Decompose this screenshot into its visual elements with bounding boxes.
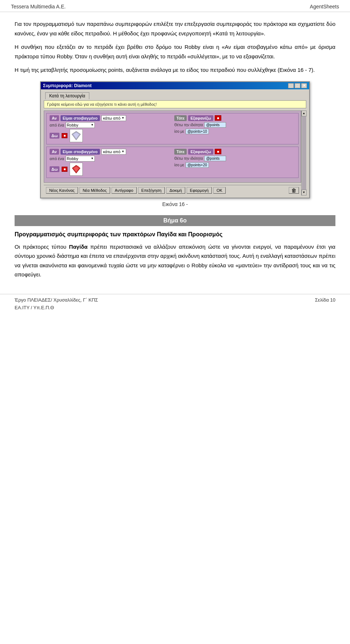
rule-2-do-row: Δω ■ <box>50 163 171 176</box>
rules-main: Αν Είμαι στοιβαγμένο κάτω από ▼ <box>44 110 301 195</box>
footer-right: Σελίδα 10 <box>315 297 335 303</box>
window-title: Συμπεριφορά: Diamont <box>43 83 92 88</box>
rule-1-from-label: από ένα <box>50 123 64 127</box>
trash-button[interactable]: 🗑 <box>289 187 299 194</box>
rule-1-then-label: Τότε <box>174 115 187 121</box>
rule-2-condition: Αν Είμαι στοιβαγμένο κάτω από ▼ <box>50 149 171 176</box>
rule-1-do-row: Δω ■ <box>50 129 171 142</box>
rule-2-if-row: Αν Είμαι στοιβαγμένο κάτω από ▼ <box>50 149 171 155</box>
rule-2-attr-value-2: @points+20 <box>186 162 209 168</box>
paragraph-1: Για τον προγραμματισμό των παραπάνω συμπ… <box>15 19 335 38</box>
rule-1-block: Αν Είμαι στοιβαγμένο κάτω από ▼ <box>50 115 295 142</box>
test-button[interactable]: Δοκιμή <box>166 187 185 194</box>
rule-2-stacked-label: Είμαι στοιβαγμένο <box>61 149 100 155</box>
rule-1-attr-row-2: ίσο με @points+10 <box>174 129 295 134</box>
figure-caption: Εικόνα 16 - <box>162 201 188 207</box>
apply-button[interactable]: Εφαρμογή <box>187 187 212 194</box>
body-p1-pre: Οι πράκτορες τύπου <box>15 244 69 250</box>
paragraph-2: Η συνθήκη που εξετάζει αν το πετράδι έχε… <box>15 42 335 61</box>
rules-area: Αν Είμαι στοιβαγμένο κάτω από ▼ <box>44 110 301 183</box>
scrollbar[interactable]: ▲ ▼ <box>301 110 306 195</box>
bottom-buttons: Νέος Κανόνας Νέα Μέθοδος Αντίγραφο Επεξή… <box>44 185 301 195</box>
rule-1-equal-label: ίσο με <box>174 129 184 133</box>
new-rule-button[interactable]: Νέος Κανόνας <box>46 187 78 194</box>
rule-2-from-label: από ένα <box>50 156 64 161</box>
ok-button[interactable]: ΟΚ <box>213 187 226 194</box>
rule-2-set-label: Θέτω την ιδιότητα <box>174 156 203 160</box>
rule-2-equal-label: ίσο με <box>174 163 184 167</box>
rule-2-condition-then: Αν Είμαι στοιβαγμένο κάτω από ▼ <box>50 149 295 176</box>
section-title: Προγραμματισμός συμπεριφοράς των πρακτόρ… <box>15 231 335 238</box>
rule-1-do-red-btn[interactable]: ■ <box>62 133 67 138</box>
behavior-window: Συμπεριφορά: Diamont _ □ ✕ Κατά τη λειτο… <box>40 81 310 198</box>
rule-1-then: Τότε Εξαφανίζω ■ Θέτω την ιδιότητα @poin… <box>174 115 295 134</box>
rule-1-condition: Αν Είμαι στοιβαγμένο κάτω από ▼ <box>50 115 171 142</box>
method-tab[interactable]: Κατά τη λειτουργία <box>45 92 89 99</box>
win-inner: Αν Είμαι στοιβαγμένο κάτω από ▼ <box>44 110 306 195</box>
body-p1-bold: Παγίδα <box>69 244 88 250</box>
rule-2-if-label: Αν <box>50 149 59 155</box>
rule-1-set-label: Θέτω την ιδιότητα <box>174 123 203 127</box>
footer-left: Έργο ΠΛΕΙΑΔΕΣ/ Χρυσαλλίδες, Γ΄ ΚΠΣ <box>15 297 98 303</box>
company-name: Tessera Multimedia A.E. <box>11 4 66 9</box>
screenshot-container: Συμπεριφορά: Diamont _ □ ✕ Κατά τη λειτο… <box>15 81 335 209</box>
footer-bottom: ΕΑ.ΙΤΥ / Υπ.Ε.Π.Θ <box>0 304 350 313</box>
rule-1-if-row: Αν Είμαι στοιβαγμένο κάτω από ▼ <box>50 115 171 121</box>
rule-2-agent-icon <box>70 163 83 176</box>
page-footer: Έργο ΠΛΕΙΑΔΕΣ/ Χρυσαλλίδες, Γ΄ ΚΠΣ Σελίδ… <box>0 294 350 304</box>
page-content: Για τον προγραμματισμό των παραπάνω συμπ… <box>0 12 350 287</box>
rule-2-action-red-btn[interactable]: ■ <box>215 149 221 154</box>
menubar: Κατά τη λειτουργία <box>44 92 306 100</box>
rule-2-block: Αν Είμαι στοιβαγμένο κάτω από ▼ <box>50 149 295 176</box>
rule-2-attr-row-1: Θέτω την ιδιότητα @points <box>174 156 295 161</box>
rule-2-from-row: από ένα Robby ▼ <box>50 156 171 162</box>
window-titlebar: Συμπεριφορά: Diamont _ □ ✕ <box>41 82 309 89</box>
rule-1-stacked-label: Είμαι στοιβαγμένο <box>61 115 100 121</box>
rule-2-do-red-btn[interactable]: ■ <box>62 167 67 172</box>
rule-1-action-label: Εξαφανίζω <box>188 115 213 121</box>
rule-1-do-label: Δω <box>50 133 59 139</box>
window-body: Κατά τη λειτουργία Γράψτε κείμενο εδώ γι… <box>41 89 309 198</box>
maximize-button[interactable]: □ <box>295 83 300 88</box>
scroll-down-button[interactable]: ▼ <box>302 190 307 195</box>
rule-1-attr-value-2: @points+10 <box>186 129 209 134</box>
rule-row-1: Αν Είμαι στοιβαγμένο κάτω από ▼ <box>46 113 299 144</box>
paragraph-3: Η τιμή της μεταβλητής προσομοίωσης point… <box>15 65 335 75</box>
window-control-buttons: _ □ ✕ <box>288 83 307 88</box>
app-name: AgentSheets <box>310 4 339 9</box>
body-paragraph-1: Οι πράκτορες τύπου Παγίδα πρέπει περιστα… <box>15 242 335 279</box>
rule-2-then-label: Τότε <box>174 149 187 155</box>
rule-1-agent-icon <box>70 129 83 142</box>
rule-1-if-label: Αν <box>50 115 59 121</box>
close-button[interactable]: ✕ <box>301 83 307 88</box>
new-method-button[interactable]: Νέα Μέθοδος <box>79 187 110 194</box>
rule-1-attr-value-1: @points <box>204 122 226 128</box>
page-header: Tessera Multimedia A.E. AgentSheets <box>0 0 350 12</box>
instructions-box: Γράψτε κείμενο εδώ για να εξηγήσετε τι κ… <box>44 100 306 108</box>
rule-1-attr-row-1: Θέτω την ιδιότητα @points <box>174 122 295 128</box>
rule-1-direction-dropdown[interactable]: κάτω από ▼ <box>101 115 127 121</box>
rule-2-agent-dropdown[interactable]: Robby ▼ <box>66 156 95 162</box>
rule-2-then-row: Τότε Εξαφανίζω ■ <box>174 149 295 155</box>
scroll-up-button[interactable]: ▲ <box>302 110 307 116</box>
minimize-button[interactable]: _ <box>288 83 294 88</box>
rule-2-direction-dropdown[interactable]: κάτω από ▼ <box>101 149 127 155</box>
step-header: Βήμα 6ο <box>15 215 335 226</box>
rule-1-condition-then: Αν Είμαι στοιβαγμένο κάτω από ▼ <box>50 115 295 142</box>
rule-2-action-label: Εξαφανίζω <box>188 149 213 155</box>
rule-1-from-row: από ένα Robby ▼ <box>50 122 171 128</box>
rule-2-attr-value-1: @points <box>204 156 226 161</box>
rule-2-attr-row-2: ίσο με @points+20 <box>174 162 295 168</box>
rule-1-action-red-btn[interactable]: ■ <box>215 115 221 121</box>
rule-2-then: Τότε Εξαφανίζω ■ Θέτω την ιδιότητα @poin… <box>174 149 295 168</box>
rule-1-agent-dropdown[interactable]: Robby ▼ <box>66 122 95 128</box>
rule-2-do-label: Δω <box>50 166 59 172</box>
rule-row-2: Αν Είμαι στοιβαγμένο κάτω από ▼ <box>46 147 299 178</box>
rule-1-then-row: Τότε Εξαφανίζω ■ <box>174 115 295 121</box>
explain-button[interactable]: Επεξήγηση <box>138 187 165 194</box>
scroll-track <box>302 116 306 190</box>
copy-button[interactable]: Αντίγραφο <box>112 187 137 194</box>
